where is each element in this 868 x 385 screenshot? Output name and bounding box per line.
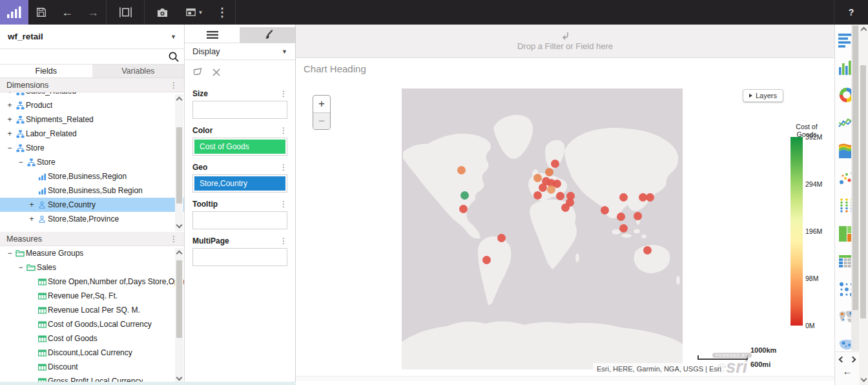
more-options-button[interactable]: ⋮ bbox=[209, 0, 235, 25]
map-data-point[interactable] bbox=[497, 234, 506, 242]
filter-drop-zone[interactable]: Drop a Filter or Field here bbox=[296, 25, 834, 58]
bucket-drop-zone[interactable]: Store,Country bbox=[192, 174, 287, 192]
zoom-in-button[interactable]: + bbox=[313, 96, 330, 112]
save-button[interactable] bbox=[28, 0, 54, 25]
tree-item[interactable]: Revenue Per,Sq. Ft. bbox=[0, 289, 184, 303]
scroll-down-icon[interactable] bbox=[860, 376, 867, 382]
expand-icon[interactable]: + bbox=[5, 101, 14, 110]
redo-button[interactable]: → bbox=[80, 0, 106, 25]
bucket-drop-zone[interactable]: Cost of Goods bbox=[192, 138, 287, 156]
field-pill[interactable]: Cost of Goods bbox=[194, 140, 285, 154]
tab-variables[interactable]: Variables bbox=[92, 65, 185, 78]
scroll-down-icon[interactable] bbox=[176, 375, 183, 381]
tab-format[interactable] bbox=[240, 27, 295, 43]
chart-heading[interactable]: Chart Heading bbox=[304, 63, 366, 74]
tree-item[interactable]: Store,Business,Sub Region bbox=[0, 183, 184, 198]
tree-item[interactable]: +Store,Country bbox=[0, 198, 184, 212]
scrollbar-thumb[interactable] bbox=[860, 65, 866, 318]
scroll-up-icon[interactable] bbox=[860, 27, 867, 34]
preview-button[interactable] bbox=[107, 0, 144, 25]
scrollbar-thumb[interactable] bbox=[176, 127, 182, 203]
scrollbar-track[interactable] bbox=[860, 34, 867, 375]
page-scrollbar[interactable] bbox=[859, 25, 868, 385]
expand-icon[interactable]: + bbox=[5, 129, 14, 138]
collapse-icon[interactable]: − bbox=[16, 158, 25, 167]
scroll-up-icon[interactable] bbox=[176, 251, 183, 257]
tree-item[interactable]: Discount bbox=[0, 360, 184, 374]
tree-item[interactable]: Cost of Goods bbox=[0, 331, 184, 346]
collapse-icon[interactable]: − bbox=[5, 249, 14, 258]
scrollbar-thumb[interactable] bbox=[852, 26, 858, 310]
page-left-icon[interactable] bbox=[839, 357, 845, 363]
display-section-header[interactable]: Display ▼ bbox=[185, 43, 295, 60]
expand-icon[interactable]: + bbox=[5, 92, 14, 96]
map-data-point[interactable] bbox=[460, 191, 469, 200]
expand-icon[interactable]: + bbox=[27, 214, 36, 224]
kebab-icon[interactable]: ⋮ bbox=[170, 81, 178, 90]
tree-item[interactable]: Store Open,Number of,Days Store,Open bbox=[0, 275, 184, 289]
scrollbar-thumb[interactable] bbox=[176, 260, 182, 338]
expand-icon[interactable]: + bbox=[27, 200, 36, 209]
tree-item[interactable]: Store,Business,Region bbox=[0, 169, 184, 183]
datasource-selector[interactable]: wf_retail ▼ bbox=[0, 25, 184, 49]
layout-menu-button[interactable]: ▼ bbox=[180, 0, 209, 25]
map-data-point[interactable] bbox=[619, 193, 628, 202]
kebab-icon[interactable]: ⋮ bbox=[280, 126, 287, 135]
scrollbar-track[interactable] bbox=[176, 258, 183, 373]
collapse-icon[interactable]: − bbox=[16, 263, 25, 272]
rail-scrollbar[interactable] bbox=[851, 25, 859, 351]
kebab-icon[interactable]: ⋮ bbox=[280, 200, 287, 209]
kebab-icon[interactable]: ⋮ bbox=[280, 89, 287, 98]
map-data-point[interactable] bbox=[643, 246, 652, 255]
tree-item[interactable]: +Sales_Related bbox=[0, 92, 184, 98]
bucket-drop-zone[interactable] bbox=[192, 211, 287, 229]
bucket-drop-zone[interactable] bbox=[192, 101, 287, 119]
map-data-point[interactable] bbox=[533, 174, 542, 182]
dimensions-scrollbar[interactable] bbox=[175, 94, 183, 231]
tree-item[interactable]: +Shipments_Related bbox=[0, 112, 184, 127]
map-data-point[interactable] bbox=[617, 213, 625, 221]
map-data-point[interactable] bbox=[547, 185, 555, 194]
search-icon[interactable] bbox=[168, 51, 179, 62]
horizontal-scrollbar[interactable] bbox=[296, 376, 834, 381]
undo-button[interactable]: ← bbox=[54, 0, 80, 25]
map-data-point[interactable] bbox=[556, 192, 564, 200]
tree-item[interactable]: −Store bbox=[0, 141, 184, 155]
collapse-rail-button[interactable]: ← bbox=[835, 366, 860, 377]
map-data-point[interactable] bbox=[551, 160, 559, 168]
measures-scrollbar[interactable] bbox=[175, 248, 183, 384]
map-data-point[interactable] bbox=[561, 203, 570, 212]
expand-icon[interactable]: + bbox=[5, 115, 14, 124]
scrollbar-track[interactable] bbox=[176, 104, 183, 221]
snapshot-button[interactable] bbox=[145, 0, 180, 25]
map-data-point[interactable] bbox=[459, 205, 468, 213]
scroll-down-icon[interactable] bbox=[176, 222, 183, 229]
map-data-point[interactable] bbox=[457, 166, 466, 174]
page-right-icon[interactable] bbox=[850, 357, 856, 363]
clear-x-icon[interactable] bbox=[212, 68, 221, 77]
tree-item[interactable]: +Labor_Related bbox=[0, 127, 184, 141]
collapse-icon[interactable]: − bbox=[5, 143, 14, 152]
field-pill[interactable]: Store,Country bbox=[194, 176, 285, 191]
map-data-point[interactable] bbox=[601, 206, 609, 214]
kebab-icon[interactable]: ⋮ bbox=[170, 234, 178, 244]
tree-item[interactable]: Revenue Local Per SQ. M. bbox=[0, 303, 184, 317]
scroll-up-icon[interactable] bbox=[176, 97, 183, 103]
tree-item[interactable]: −Measure Groups bbox=[0, 246, 184, 260]
tree-item[interactable]: +Product bbox=[0, 98, 184, 112]
search-input[interactable] bbox=[5, 50, 168, 63]
map-data-point[interactable] bbox=[539, 183, 547, 192]
kebab-icon[interactable]: ⋮ bbox=[280, 163, 287, 172]
map-data-point[interactable] bbox=[634, 212, 642, 220]
tree-item[interactable]: −Sales bbox=[0, 260, 184, 275]
map-data-point[interactable] bbox=[533, 191, 542, 200]
lasso-select-icon[interactable] bbox=[192, 67, 203, 78]
tree-item[interactable]: −Store bbox=[0, 155, 184, 169]
map-data-point[interactable] bbox=[545, 168, 553, 176]
kebab-icon[interactable]: ⋮ bbox=[280, 236, 287, 245]
map-data-point[interactable] bbox=[619, 224, 628, 233]
tree-item[interactable]: +Store,State,Province bbox=[0, 212, 184, 226]
layers-button[interactable]: Layers bbox=[743, 89, 783, 102]
map-data-point[interactable] bbox=[646, 193, 654, 202]
map-data-point[interactable] bbox=[482, 256, 491, 264]
